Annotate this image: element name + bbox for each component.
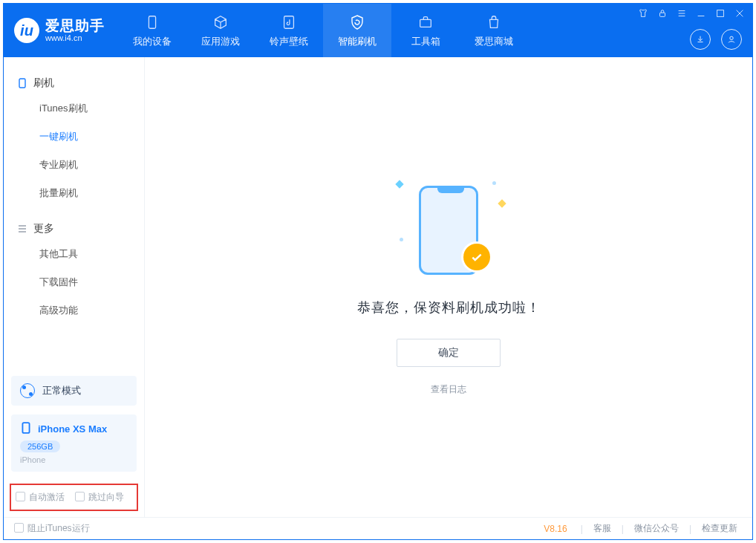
svg-rect-6 bbox=[19, 79, 25, 88]
status-link-support[interactable]: 客服 bbox=[589, 522, 616, 535]
tab-label: 我的设备 bbox=[133, 35, 172, 48]
window-controls bbox=[638, 8, 745, 19]
sidebar-item-other-tools[interactable]: 其他工具 bbox=[4, 240, 144, 268]
svg-rect-2 bbox=[420, 19, 431, 27]
check-badge-icon bbox=[463, 244, 490, 270]
close-icon[interactable] bbox=[734, 8, 745, 19]
shield-refresh-icon bbox=[348, 13, 367, 32]
device-icon bbox=[143, 13, 162, 32]
briefcase-icon bbox=[416, 13, 435, 32]
tab-toolbox[interactable]: 工具箱 bbox=[391, 4, 460, 57]
app-window: iu 爱思助手 www.i4.cn 我的设备 应用游戏 铃声壁纸 智能刷机 bbox=[3, 3, 753, 540]
checkbox-icon bbox=[16, 492, 25, 501]
view-log-link[interactable]: 查看日志 bbox=[431, 383, 466, 396]
tab-store[interactable]: 爱思商城 bbox=[460, 4, 528, 57]
download-icon[interactable] bbox=[690, 29, 711, 50]
success-message: 恭喜您，保资料刷机成功啦！ bbox=[357, 299, 541, 316]
lock-icon[interactable] bbox=[657, 8, 668, 19]
device-storage-badge: 256GB bbox=[20, 440, 60, 452]
ok-button[interactable]: 确定 bbox=[397, 339, 501, 367]
success-illustration bbox=[404, 178, 493, 282]
sidebar-item-pro-flash[interactable]: 专业刷机 bbox=[4, 151, 144, 179]
main-content: 恭喜您，保资料刷机成功啦！ 确定 查看日志 bbox=[145, 57, 752, 517]
tab-label: 铃声壁纸 bbox=[270, 35, 308, 48]
version-label: V8.16 bbox=[544, 524, 567, 534]
mode-icon bbox=[20, 383, 35, 398]
device-card[interactable]: iPhone XS Max 256GB iPhone bbox=[11, 414, 137, 472]
tab-label: 应用游戏 bbox=[201, 35, 240, 48]
logo-icon: iu bbox=[14, 18, 39, 43]
tab-apps-games[interactable]: 应用游戏 bbox=[186, 4, 255, 57]
sidebar-item-advanced[interactable]: 高级功能 bbox=[4, 296, 144, 325]
user-icon[interactable] bbox=[721, 29, 742, 50]
flash-options-highlight: 自动激活 跳过向导 bbox=[10, 484, 138, 511]
cube-icon bbox=[211, 13, 230, 32]
checkbox-icon bbox=[14, 523, 24, 533]
sidebar-item-itunes-flash[interactable]: iTunes刷机 bbox=[4, 94, 144, 123]
device-type: iPhone bbox=[20, 455, 128, 464]
header-actions bbox=[690, 29, 742, 50]
music-file-icon bbox=[279, 13, 299, 32]
status-link-wechat[interactable]: 微信公众号 bbox=[630, 522, 683, 535]
svg-rect-3 bbox=[660, 13, 665, 16]
bag-icon bbox=[484, 13, 504, 32]
logo-area: iu 爱思助手 www.i4.cn bbox=[4, 4, 118, 57]
tab-label: 智能刷机 bbox=[338, 35, 377, 48]
checkbox-icon bbox=[75, 492, 85, 501]
tab-my-device[interactable]: 我的设备 bbox=[118, 4, 186, 57]
svg-rect-0 bbox=[149, 16, 155, 29]
maximize-icon[interactable] bbox=[715, 8, 726, 19]
sidebar-item-oneclick-flash[interactable]: 一键刷机 bbox=[4, 123, 144, 151]
checkbox-auto-activate[interactable]: 自动激活 bbox=[16, 491, 65, 504]
checkbox-skip-guide[interactable]: 跳过向导 bbox=[75, 491, 124, 504]
nav-tabs: 我的设备 应用游戏 铃声壁纸 智能刷机 工具箱 爱思商城 bbox=[118, 4, 528, 57]
minimize-icon[interactable] bbox=[696, 8, 706, 19]
body: 刷机 iTunes刷机 一键刷机 专业刷机 批量刷机 更多 其他工具 下载固件 … bbox=[4, 57, 752, 517]
app-title: 爱思助手 bbox=[45, 19, 105, 34]
phone-icon bbox=[17, 78, 27, 88]
tab-ringtones-wallpapers[interactable]: 铃声壁纸 bbox=[255, 4, 323, 57]
sidebar: 刷机 iTunes刷机 一键刷机 专业刷机 批量刷机 更多 其他工具 下载固件 … bbox=[4, 57, 145, 517]
tab-label: 爱思商城 bbox=[475, 35, 513, 48]
list-icon bbox=[17, 224, 27, 234]
menu-icon[interactable] bbox=[677, 8, 687, 19]
shirt-icon[interactable] bbox=[638, 8, 648, 19]
svg-point-5 bbox=[730, 36, 733, 39]
svg-rect-4 bbox=[717, 10, 724, 17]
mode-label: 正常模式 bbox=[42, 384, 81, 397]
sidebar-group-more: 更多 bbox=[4, 218, 144, 240]
device-name: iPhone XS Max bbox=[38, 423, 107, 435]
sidebar-group-flash: 刷机 bbox=[4, 72, 144, 94]
mode-card[interactable]: 正常模式 bbox=[11, 376, 137, 406]
title-bar: iu 爱思助手 www.i4.cn 我的设备 应用游戏 铃声壁纸 智能刷机 bbox=[4, 4, 752, 57]
device-phone-icon bbox=[20, 422, 32, 436]
status-link-update[interactable]: 检查更新 bbox=[697, 522, 742, 535]
sidebar-item-download-firmware[interactable]: 下载固件 bbox=[4, 268, 144, 296]
tab-smart-flash[interactable]: 智能刷机 bbox=[323, 4, 391, 57]
checkbox-block-itunes[interactable]: 阻止iTunes运行 bbox=[14, 522, 90, 535]
status-bar: 阻止iTunes运行 V8.16 | 客服 | 微信公众号 | 检查更新 bbox=[4, 517, 752, 539]
svg-rect-7 bbox=[22, 423, 29, 433]
svg-rect-1 bbox=[284, 16, 294, 29]
tab-label: 工具箱 bbox=[411, 35, 440, 48]
sidebar-item-batch-flash[interactable]: 批量刷机 bbox=[4, 179, 144, 207]
app-subtitle: www.i4.cn bbox=[45, 33, 105, 42]
